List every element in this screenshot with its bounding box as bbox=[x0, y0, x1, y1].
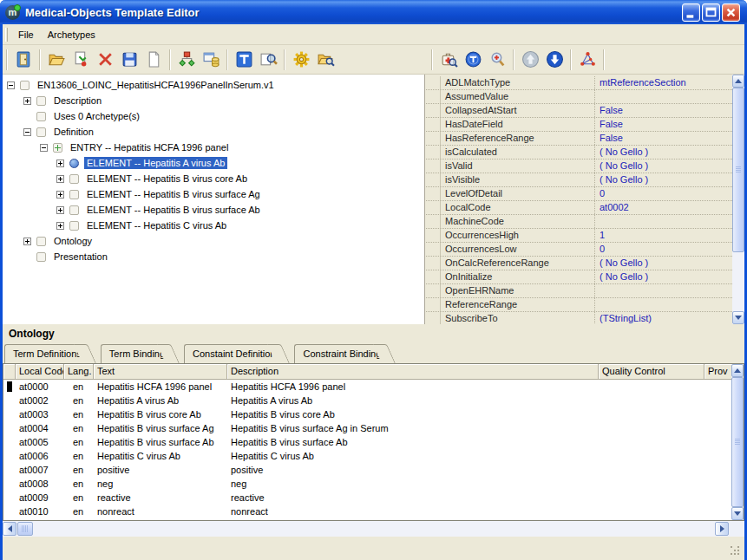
tree-item-element-hep-b-surface-ab[interactable]: ELEMENT -- Hepatitis B virus surface Ab bbox=[56, 202, 424, 218]
case-search-button[interactable] bbox=[436, 48, 461, 72]
property-value[interactable]: ( No Gello ) bbox=[595, 257, 732, 270]
property-row[interactable]: isValid( No Gello ) bbox=[426, 160, 732, 173]
tree-item-entry[interactable]: ENTRY -- Hepatitis HCFA 1996 panel bbox=[40, 140, 424, 155]
tree-item-label[interactable]: Uses 0 Archetype(s) bbox=[51, 110, 142, 122]
scroll-down-button[interactable] bbox=[731, 507, 744, 520]
table-row[interactable]: at0007enpositivepositive bbox=[3, 463, 744, 477]
expand-icon[interactable] bbox=[56, 222, 64, 230]
ontology-graph-button[interactable] bbox=[575, 48, 600, 72]
expand-icon[interactable] bbox=[56, 191, 64, 199]
menu-file[interactable]: File bbox=[11, 27, 41, 42]
table-row[interactable]: at0000enHepatitis HCFA 1996 panelHepatit… bbox=[3, 380, 744, 394]
menu-archetypes[interactable]: Archetypes bbox=[41, 27, 102, 42]
property-value[interactable]: 0 bbox=[595, 187, 732, 200]
tree-item-element-hep-a[interactable]: ELEMENT -- Hepatitis A virus Ab bbox=[56, 155, 424, 171]
property-value[interactable]: (TStringList) bbox=[595, 312, 732, 324]
property-value[interactable]: mtReferenceSection bbox=[595, 76, 732, 89]
property-scrollbar[interactable] bbox=[732, 75, 744, 324]
property-row[interactable]: MachineCode bbox=[426, 215, 732, 229]
import-archetype-button[interactable] bbox=[69, 48, 93, 72]
open-search-button[interactable] bbox=[313, 48, 337, 72]
tree-item-label[interactable]: Description bbox=[51, 94, 104, 107]
scroll-thumb[interactable] bbox=[17, 522, 33, 536]
collapse-icon[interactable] bbox=[7, 81, 15, 89]
tree-item-label[interactable]: ELEMENT -- Hepatitis B virus core Ab bbox=[84, 173, 250, 185]
tab-term-definitions[interactable]: Term Definitions bbox=[4, 344, 85, 363]
tree-item-ontology[interactable]: Ontology bbox=[23, 233, 424, 249]
table-row[interactable]: at0003enHepatitis B virus core AbHepatit… bbox=[3, 407, 744, 421]
expand-icon[interactable] bbox=[56, 175, 64, 183]
delete-button[interactable] bbox=[93, 48, 117, 72]
tree-item-label[interactable]: ELEMENT -- Hepatitis B virus surface Ag bbox=[84, 188, 263, 200]
header-text[interactable]: Text bbox=[94, 364, 227, 380]
settings-button[interactable] bbox=[289, 48, 313, 72]
zoom-in-button[interactable] bbox=[485, 48, 509, 72]
minimize-button[interactable] bbox=[682, 3, 700, 22]
property-row[interactable]: ReferenceRange bbox=[426, 298, 732, 312]
table-row[interactable]: at0006enHepatitis C virus AbHepatitis C … bbox=[3, 449, 744, 463]
table-row[interactable]: at0002enHepatitis A virus AbHepatitis A … bbox=[3, 394, 744, 407]
property-value[interactable]: False bbox=[595, 118, 732, 131]
property-row[interactable]: LocalCodeat0002 bbox=[426, 201, 732, 215]
tree-item-label[interactable]: Presentation bbox=[51, 251, 110, 263]
save-button[interactable] bbox=[117, 48, 141, 72]
property-value[interactable]: at0002 bbox=[595, 201, 732, 214]
scroll-thumb[interactable] bbox=[732, 88, 744, 252]
header-local-code[interactable]: Local Code bbox=[16, 364, 64, 380]
tree-item-root[interactable]: EN13606_LOINC_HepatitisHCFA1996PanelInSe… bbox=[7, 77, 424, 93]
header-lang[interactable]: Lang. bbox=[64, 364, 94, 380]
horizontal-scrollbar[interactable] bbox=[3, 521, 744, 537]
expand-icon[interactable] bbox=[56, 206, 64, 214]
tree-item-element-hep-c[interactable]: ELEMENT -- Hepatitis C virus Ab bbox=[56, 218, 424, 233]
new-document-button[interactable] bbox=[141, 48, 166, 72]
property-row[interactable]: CollapsedAtStartFalse bbox=[426, 104, 732, 118]
table-row[interactable]: at0009enreactivereactive bbox=[3, 491, 744, 505]
property-row[interactable]: LevelOfDetail0 bbox=[426, 187, 732, 201]
property-row[interactable]: OccurrencesLow0 bbox=[426, 243, 732, 257]
property-value[interactable] bbox=[595, 215, 732, 228]
expand-icon[interactable] bbox=[23, 97, 31, 105]
property-value[interactable]: ( No Gello ) bbox=[595, 160, 732, 173]
scroll-down-button[interactable] bbox=[732, 311, 744, 324]
collapse-icon[interactable] bbox=[40, 144, 48, 152]
tree-item-label[interactable]: Definition bbox=[51, 126, 96, 138]
tree-item-label[interactable]: ELEMENT -- Hepatitis B virus surface Ab bbox=[84, 204, 263, 216]
collapse-icon[interactable] bbox=[23, 128, 31, 136]
property-row[interactable]: OpenEHRName bbox=[426, 284, 732, 298]
close-button[interactable] bbox=[722, 3, 740, 22]
property-value[interactable] bbox=[595, 284, 732, 297]
property-row[interactable]: OnCalcReferenceRange( No Gello ) bbox=[426, 257, 732, 270]
scroll-track[interactable] bbox=[16, 522, 715, 536]
table-row[interactable]: at0008ennegneg bbox=[3, 477, 744, 491]
property-row[interactable]: HasReferenceRangeFalse bbox=[426, 132, 732, 146]
property-row[interactable]: ADLMatchTypemtReferenceSection bbox=[426, 76, 732, 90]
tab-constraint-binding[interactable]: Constraint Binding bbox=[294, 344, 384, 363]
archetype-tree-button[interactable] bbox=[174, 48, 199, 72]
scroll-right-button[interactable] bbox=[715, 522, 729, 536]
property-value[interactable]: ( No Gello ) bbox=[595, 173, 732, 186]
scroll-up-button[interactable] bbox=[732, 75, 744, 88]
diagram-button[interactable] bbox=[199, 48, 223, 72]
table-row[interactable]: at0005enHepatitis B virus surface AbHepa… bbox=[3, 435, 744, 449]
tab-term-binding[interactable]: Term Binding bbox=[101, 344, 168, 363]
scroll-track[interactable] bbox=[732, 88, 744, 311]
table-scrollbar[interactable] bbox=[731, 364, 744, 520]
header-provenance[interactable]: Prov bbox=[704, 364, 733, 380]
property-row[interactable]: OccurrencesHigh1 bbox=[426, 229, 732, 243]
scroll-up-button[interactable] bbox=[731, 364, 744, 377]
property-value[interactable]: ( No Gello ) bbox=[595, 270, 732, 283]
tree-item-element-hep-b-surface-ag[interactable]: ELEMENT -- Hepatitis B virus surface Ag bbox=[56, 186, 424, 202]
tree-item-description[interactable]: Description bbox=[23, 93, 424, 108]
property-row[interactable]: isCalculated( No Gello ) bbox=[426, 146, 732, 160]
tree-item-presentation[interactable]: Presentation bbox=[23, 249, 424, 264]
tree-item-label[interactable]: EN13606_LOINC_HepatitisHCFA1996PanelInSe… bbox=[35, 79, 277, 91]
tab-constraint-definition[interactable]: Constaint Definition bbox=[184, 344, 278, 363]
property-row[interactable]: AssumedValue bbox=[426, 90, 732, 104]
tree-item-label[interactable]: ELEMENT -- Hepatitis C virus Ab bbox=[84, 219, 229, 231]
header-description[interactable]: Description bbox=[227, 364, 599, 380]
resize-grip-icon[interactable] bbox=[731, 546, 732, 548]
exit-button[interactable] bbox=[11, 48, 36, 72]
property-row[interactable]: SubscribeTo(TStringList) bbox=[426, 312, 732, 324]
move-down-button[interactable] bbox=[542, 48, 567, 72]
tree-item-label[interactable]: Ontology bbox=[51, 235, 95, 247]
